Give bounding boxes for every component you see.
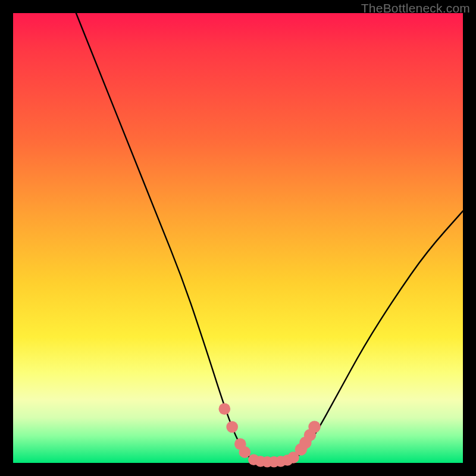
outer-frame: TheBottleneck.com — [0, 0, 476, 476]
watermark-text: TheBottleneck.com — [361, 1, 470, 15]
marker-dot — [308, 421, 320, 433]
marker-dot — [219, 403, 231, 415]
marker-dot — [226, 421, 238, 433]
curve-markers — [219, 403, 321, 467]
bottleneck-curve — [76, 13, 463, 462]
plot-area — [13, 13, 463, 463]
marker-dot — [239, 446, 251, 458]
curve-svg — [13, 13, 463, 463]
